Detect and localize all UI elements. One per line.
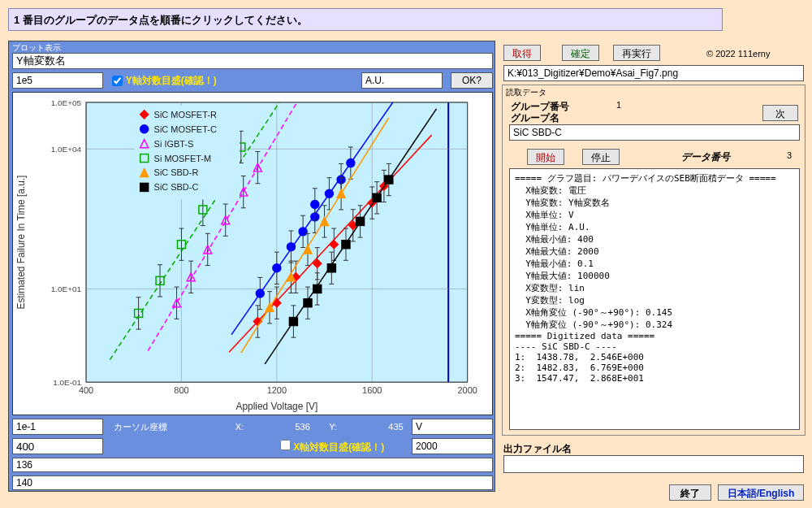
aux-input-2[interactable]: [12, 475, 493, 490]
svg-point-72: [299, 228, 307, 236]
y-variable-input[interactable]: [12, 53, 493, 69]
copyright-text: © 2022 111erny: [706, 49, 770, 59]
y-max-input[interactable]: [12, 72, 103, 89]
svg-text:1200: 1200: [267, 385, 287, 395]
cursor-label: カーソル座標: [114, 422, 167, 432]
svg-text:1600: 1600: [362, 385, 382, 395]
instruction-banner: 1 番目のグループのデータ点を順番にクリックしてください。: [8, 8, 723, 31]
svg-rect-188: [356, 217, 365, 225]
svg-rect-208: [140, 183, 149, 191]
y-log-checkbox[interactable]: [112, 76, 123, 86]
svg-text:800: 800: [174, 385, 188, 395]
acquire-button[interactable]: 取得: [503, 45, 541, 61]
svg-text:Si MOSFET-M: Si MOSFET-M: [154, 154, 212, 163]
read-data-panel: 読取データ グループ番号 1 グループ名 次 開始 停止 データ番号 3 ===…: [502, 85, 806, 436]
cursor-x-label: X:: [235, 422, 244, 432]
svg-point-64: [273, 264, 281, 272]
cursor-x-value: 536: [295, 422, 309, 432]
x-min-input[interactable]: [12, 438, 103, 454]
log-textarea[interactable]: ===== グラフ題目: パワーデバイスのSEB断面積データ ===== X軸変…: [509, 168, 800, 430]
aux-input-1[interactable]: [12, 458, 493, 472]
svg-text:1.0E+01: 1.0E+01: [51, 284, 82, 293]
start-button[interactable]: 開始: [527, 149, 564, 165]
exit-button[interactable]: 終了: [669, 484, 711, 501]
svg-rect-184: [342, 241, 350, 249]
y-min-input[interactable]: [12, 419, 103, 435]
svg-text:1.0E+04: 1.0E+04: [51, 145, 82, 154]
svg-point-200: [140, 125, 149, 133]
svg-text:Applied Voltage  [V]: Applied Voltage [V]: [235, 401, 317, 412]
x-unit-input[interactable]: [412, 419, 493, 435]
cursor-y-label: Y:: [329, 422, 337, 432]
plot-panel: プロット表示 Y軸対数目盛(確認！) OK? 40080012001600200…: [8, 41, 495, 492]
stop-button[interactable]: 停止: [582, 149, 620, 165]
svg-point-84: [325, 189, 333, 198]
svg-rect-192: [373, 193, 381, 202]
svg-text:1.0E-01: 1.0E-01: [53, 378, 81, 387]
svg-text:SiC MOSFET-R: SiC MOSFET-R: [154, 110, 217, 119]
data-index-label: データ番号: [681, 150, 730, 164]
output-file-label: 出力ファイル名: [503, 442, 572, 456]
x-log-label: X軸対数目盛(確認！): [293, 441, 384, 453]
svg-rect-180: [327, 264, 335, 272]
svg-text:SiC SBD-C: SiC SBD-C: [154, 182, 199, 192]
rerun-button[interactable]: 再実行: [613, 45, 660, 61]
svg-rect-168: [289, 318, 297, 326]
cursor-y-value: 435: [388, 422, 403, 432]
svg-point-68: [287, 243, 295, 251]
svg-text:2000: 2000: [457, 385, 477, 395]
svg-rect-176: [313, 284, 322, 293]
svg-rect-196: [385, 176, 393, 184]
plot-area[interactable]: 4008001200160020001.0E-011.0E+011.0E+041…: [12, 92, 493, 415]
output-file-input[interactable]: [503, 455, 804, 473]
group-name-label: グループ名: [511, 111, 559, 125]
y-log-label: Y軸対数目盛(確認！): [126, 75, 217, 86]
x-log-checkbox[interactable]: [280, 440, 291, 450]
svg-text:SiC MOSFET-C: SiC MOSFET-C: [154, 124, 217, 134]
svg-point-60: [256, 289, 264, 297]
svg-text:SiC SBD-R: SiC SBD-R: [154, 167, 199, 177]
data-index-value: 3: [787, 150, 792, 160]
svg-rect-172: [304, 299, 312, 307]
language-button[interactable]: 日本語/English: [718, 484, 804, 501]
svg-text:Estimated Failure In Time  [a.: Estimated Failure In Time [a.u.]: [15, 176, 27, 310]
y-unit-input[interactable]: [361, 72, 443, 89]
file-path-input[interactable]: [503, 65, 804, 81]
svg-point-92: [347, 159, 355, 167]
svg-text:1.0E+05: 1.0E+05: [51, 98, 82, 107]
ok-button[interactable]: OK?: [451, 72, 493, 89]
read-panel-title: 読取データ: [503, 85, 805, 100]
confirm-button[interactable]: 確定: [562, 45, 599, 61]
next-button[interactable]: 次: [762, 105, 798, 121]
x-max-input[interactable]: [412, 438, 493, 454]
svg-text:Si IGBT-S: Si IGBT-S: [154, 139, 194, 149]
svg-point-80: [311, 200, 319, 208]
group-index-value: 1: [616, 100, 621, 110]
group-name-input[interactable]: [509, 124, 800, 141]
